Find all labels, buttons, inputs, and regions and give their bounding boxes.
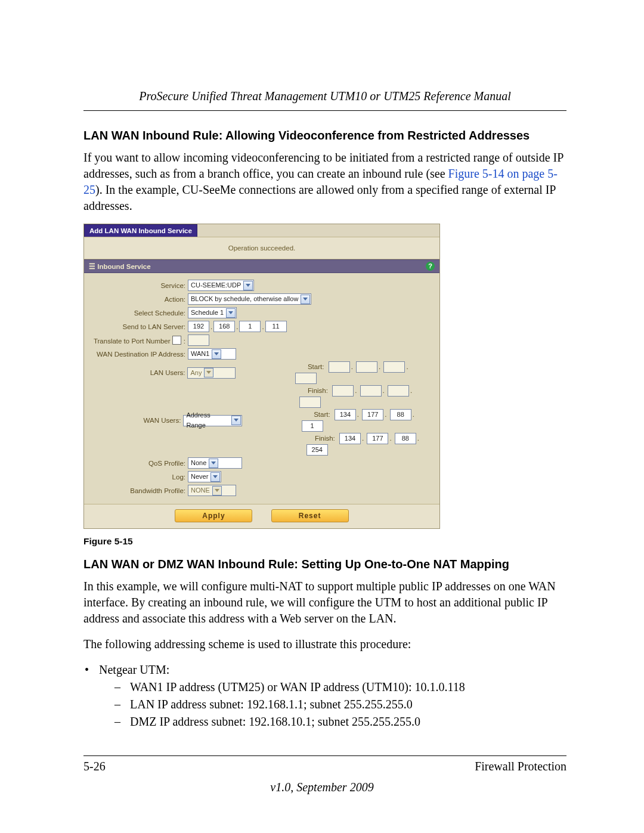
wan-dest-select[interactable]: WAN1 <box>188 348 236 360</box>
lan-finish-2 <box>360 385 382 397</box>
lan-start-label: Start: <box>295 363 326 370</box>
help-icon[interactable]: ? <box>426 262 435 271</box>
chevron-down-icon <box>209 459 218 468</box>
lan-server-octet-2[interactable]: 168 <box>213 321 235 332</box>
status-message: Operation succeeded. <box>84 237 439 259</box>
chevron-down-icon <box>212 486 222 496</box>
chevron-down-icon <box>301 295 310 304</box>
wan-start-3[interactable]: 88 <box>390 409 411 420</box>
lan-start-2 <box>356 361 377 373</box>
translate-port-field <box>188 335 209 346</box>
service-label: Service: <box>90 282 188 289</box>
translate-port-label: Translate to Port Number : <box>90 336 188 345</box>
section-heading-2: LAN WAN or DMZ WAN Inbound Rule: Setting… <box>83 558 566 571</box>
wan-start-4[interactable]: 1 <box>302 420 323 432</box>
router-ui-figure: Add LAN WAN Inbound Service Operation su… <box>83 224 440 529</box>
log-label: Log: <box>90 473 188 481</box>
qos-select[interactable]: None <box>188 457 242 469</box>
wan-finish-label: Finish: <box>306 435 338 442</box>
bullet-netgear: Netgear UTM: WAN1 IP address (UTM25) or … <box>83 662 566 730</box>
lan-finish-label: Finish: <box>299 387 330 394</box>
lan-start-4 <box>295 373 317 384</box>
translate-port-checkbox[interactable] <box>172 336 181 345</box>
chevron-down-icon <box>243 281 253 290</box>
schedule-label: Select Schedule: <box>90 309 188 317</box>
section1-paragraph: If you want to allow incoming videoconfe… <box>83 150 566 214</box>
lan-finish-4 <box>299 397 321 408</box>
wan-users-select[interactable]: Address Range <box>183 415 242 426</box>
section2-paragraph-2: The following addressing scheme is used … <box>83 636 566 652</box>
wan-start-1[interactable]: 134 <box>335 409 356 420</box>
wan-finish-2[interactable]: 177 <box>367 433 388 444</box>
chevron-down-icon <box>231 416 240 425</box>
inbound-service-form: Service: CU-SEEME:UDP Action: BLOCK by s… <box>84 273 439 504</box>
reset-button[interactable]: Reset <box>271 509 349 522</box>
running-header: ProSecure Unified Threat Management UTM1… <box>83 89 566 111</box>
action-label: Action: <box>90 296 188 303</box>
section-heading-1: LAN WAN Inbound Rule: Allowing Videoconf… <box>83 129 566 143</box>
page-number: 5-26 <box>83 760 106 773</box>
lan-server-octet-1[interactable]: 192 <box>188 321 209 332</box>
wan-finish-1[interactable]: 134 <box>339 433 361 444</box>
lan-users-label: LAN Users: <box>90 369 187 376</box>
send-to-lan-label: Send to LAN Server: <box>90 323 188 330</box>
wan-start-2[interactable]: 177 <box>362 409 383 420</box>
chevron-down-icon <box>226 308 236 318</box>
wan-start-label: Start: <box>302 411 333 418</box>
lan-server-octet-3[interactable]: 1 <box>239 321 261 332</box>
window-tab-title: Add LAN WAN Inbound Service <box>84 224 197 237</box>
page-footer: 5-26 Firewall Protection <box>83 755 566 773</box>
lan-finish-1 <box>332 385 354 397</box>
action-select[interactable]: BLOCK by schedule, otherwise allow <box>188 293 311 305</box>
wan-finish-4[interactable]: 254 <box>306 444 328 456</box>
wan-users-label: WAN Users: <box>90 417 183 424</box>
section2-paragraph-1: In this example, we will configure multi… <box>83 578 566 627</box>
wan-finish-3[interactable]: 88 <box>395 433 416 444</box>
dash-item: LAN IP address subnet: 192.168.1.1; subn… <box>99 696 566 713</box>
bandwidth-profile-label: Bandwidth Profile: <box>90 487 188 494</box>
qos-label: QoS Profile: <box>90 460 188 467</box>
lan-finish-3 <box>388 385 409 397</box>
service-select[interactable]: CU-SEEME:UDP <box>188 280 254 291</box>
log-select[interactable]: Never <box>188 471 221 482</box>
button-bar: Apply Reset <box>84 504 439 528</box>
chevron-down-icon <box>204 368 213 377</box>
figure-caption: Figure 5-15 <box>83 536 566 547</box>
inbound-service-header: ☰ Inbound Service ? <box>84 259 439 273</box>
bandwidth-profile-select: NONE <box>188 485 236 496</box>
chevron-down-icon <box>212 349 221 359</box>
lan-server-octet-4[interactable]: 11 <box>265 321 287 332</box>
schedule-select[interactable]: Schedule 1 <box>188 307 237 318</box>
manual-page: ProSecure Unified Threat Management UTM1… <box>0 0 644 833</box>
section-title-footer: Firewall Protection <box>475 760 566 773</box>
dash-item: DMZ IP address subnet: 192.168.10.1; sub… <box>99 714 566 730</box>
lan-start-3 <box>383 361 405 373</box>
chevron-down-icon <box>210 472 220 482</box>
dash-item: WAN1 IP address (UTM25) or WAN IP addres… <box>99 679 566 695</box>
wan-dest-label: WAN Destination IP Address: <box>90 351 188 358</box>
lan-users-select: Any <box>187 367 236 379</box>
version-line: v1.0, September 2009 <box>0 781 644 794</box>
apply-button[interactable]: Apply <box>175 509 252 522</box>
lan-start-1 <box>329 361 350 373</box>
